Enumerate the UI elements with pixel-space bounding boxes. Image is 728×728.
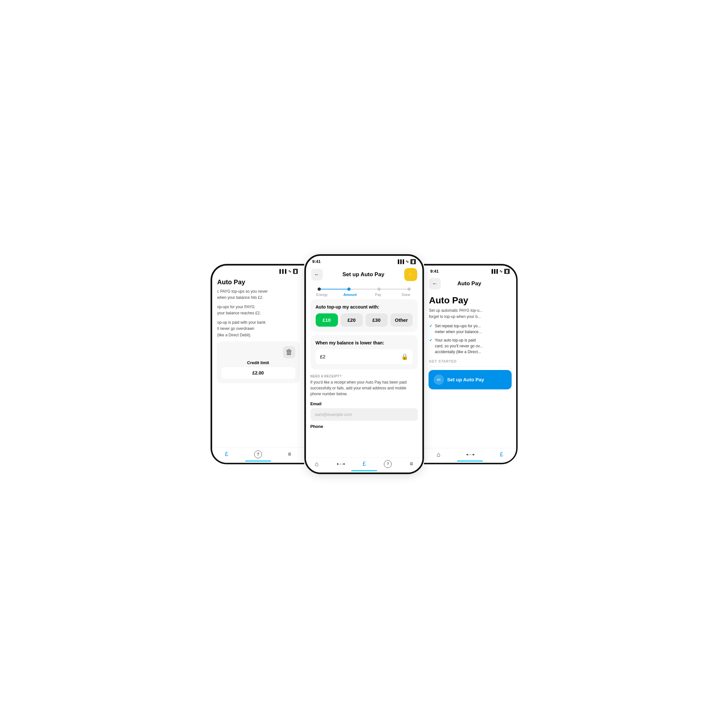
right-signal-icon: ▐▐▐ xyxy=(490,269,498,274)
credit-limit-card: 🗑 Credit limit £2.00 xyxy=(217,341,300,383)
step-line-3 xyxy=(381,289,407,289)
right-time: 9:41 xyxy=(430,269,439,274)
signal-icon: ▐▐▐ xyxy=(278,269,286,274)
right-body: Set up automatic PAYG top-u...forget to … xyxy=(424,307,516,320)
receipt-section: NEED A RECEIPT? If you'd like a receipt … xyxy=(306,373,422,401)
amount-btn-30[interactable]: £30 xyxy=(366,314,388,327)
get-started-label: GET STARTED xyxy=(424,359,516,365)
check-mark-2: ✓ xyxy=(429,337,433,355)
menu-icon-center: ≡ xyxy=(410,460,413,467)
amount-btn-10[interactable]: £10 xyxy=(316,314,338,327)
right-back-arrow-icon: ← xyxy=(433,281,437,286)
phone-label: Phone xyxy=(306,424,422,429)
trash-icon[interactable]: 🗑 xyxy=(283,346,295,358)
left-nav-indicator xyxy=(245,460,271,462)
right-nav-title: Auto Pay xyxy=(457,280,481,287)
right-wifi-icon: ∿ xyxy=(499,269,503,274)
left-body1: c PAYG top-ups so you neverwhen your bal… xyxy=(212,289,304,301)
check-mark-1: ✓ xyxy=(429,323,433,335)
right-nav-activity[interactable]: •⋯• xyxy=(466,451,474,457)
infinity-icon: ∞ xyxy=(434,375,444,385)
left-status-bar: ▐▐▐ ∿ ▮ xyxy=(212,266,304,275)
payment-icon: £ xyxy=(225,451,228,457)
center-nav-home[interactable]: ⌂ xyxy=(315,460,318,468)
right-battery-icon: ▮ xyxy=(504,269,510,274)
right-page-title: Auto Pay xyxy=(424,292,516,307)
check-text-2: Your auto top-up is paidcard, so you'll … xyxy=(435,337,483,355)
steps-container xyxy=(311,285,417,292)
setup-auto-pay-button[interactable]: ∞ Set up Auto Pay xyxy=(428,370,512,389)
help-icon-center: ? xyxy=(384,460,392,468)
left-nav-payment[interactable]: £ xyxy=(225,451,228,457)
center-battery-icon: ▮ xyxy=(410,259,416,264)
balance-input: £2 🔒 xyxy=(316,349,413,364)
center-bottom-nav: ⌂ •⋯• £ ? ≡ xyxy=(306,457,422,473)
center-lightning-icon: ⚡ xyxy=(407,271,414,278)
step-label-done: Done xyxy=(399,293,412,297)
center-wifi-icon: ∿ xyxy=(405,259,409,264)
amount-btn-20[interactable]: £20 xyxy=(341,314,363,327)
right-nav-home[interactable]: ⌂ xyxy=(437,451,440,458)
center-phone: 9:41 ▐▐▐ ∿ ▮ ← Set up Auto Pay ⚡ xyxy=(304,254,424,474)
center-time: 9:41 xyxy=(312,259,321,264)
left-nav-menu[interactable]: ≡ xyxy=(288,451,291,457)
receipt-label: NEED A RECEIPT? xyxy=(310,375,418,378)
center-nav-payment[interactable]: £ xyxy=(362,460,366,467)
left-body2: op-ups for your PAYGyour balance reaches… xyxy=(212,304,304,316)
center-signal-icon: ▐▐▐ xyxy=(396,259,404,264)
setup-btn-label: Set up Auto Pay xyxy=(447,377,484,382)
center-nav-title: Set up Auto Pay xyxy=(343,271,385,278)
step-label-amount: Amount xyxy=(343,293,357,297)
right-nav-bar: ← Auto Pay xyxy=(424,275,516,292)
step-dot-energy xyxy=(318,288,321,291)
check-text-1: Set repeat top-ups for yo...meter when y… xyxy=(435,323,482,335)
step-dot-amount xyxy=(347,288,350,291)
step-label-energy: Energy xyxy=(316,293,329,297)
email-input[interactable]: sam@example.com xyxy=(310,408,418,421)
amount-card: Auto top-up my account with: £10 £20 £30… xyxy=(310,299,418,332)
help-icon: ? xyxy=(254,451,262,458)
step-dot-done xyxy=(407,288,411,291)
center-lightning-button[interactable]: ⚡ xyxy=(404,268,417,281)
right-back-button[interactable]: ← xyxy=(429,278,441,289)
left-page-title: Auto Pay xyxy=(212,278,304,289)
left-content: Auto Pay c PAYG top-ups so you neverwhen… xyxy=(212,275,304,390)
left-phone: ▐▐▐ ∿ ▮ Auto Pay c PAYG top-ups so you n… xyxy=(211,264,304,464)
center-nav-activity[interactable]: •⋯• xyxy=(336,461,344,467)
receipt-body: If you'd like a receipt when your Auto P… xyxy=(310,379,418,397)
left-body3: op-up is paid with your bankll never go … xyxy=(212,320,304,338)
email-label: Email xyxy=(306,401,422,406)
center-status-icons: ▐▐▐ ∿ ▮ xyxy=(396,259,416,264)
amount-options: £10 £20 £30 Other xyxy=(316,314,413,327)
center-back-arrow-icon: ← xyxy=(314,272,320,277)
check-item-1: ✓ Set repeat top-ups for yo...meter when… xyxy=(429,323,511,335)
center-nav-menu[interactable]: ≡ xyxy=(410,460,413,467)
home-icon: ⌂ xyxy=(315,460,318,468)
balance-card-title: When my balance is lower than: xyxy=(316,340,413,346)
battery-icon: ▮ xyxy=(293,269,298,274)
step-line-2 xyxy=(350,289,378,289)
menu-icon: ≡ xyxy=(288,451,291,457)
center-status-bar: 9:41 ▐▐▐ ∿ ▮ xyxy=(306,256,422,266)
payment-icon-center: £ xyxy=(362,460,366,467)
steps-labels: Energy Amount Pay Done xyxy=(311,292,417,299)
wifi-icon: ∿ xyxy=(288,269,291,274)
step-line-1 xyxy=(321,289,348,289)
lock-icon: 🔒 xyxy=(401,353,408,360)
check-item-2: ✓ Your auto top-up is paidcard, so you'l… xyxy=(429,337,511,355)
center-back-button[interactable]: ← xyxy=(311,269,323,280)
left-nav-help[interactable]: ? xyxy=(254,451,262,458)
divider xyxy=(429,366,511,367)
balance-card: When my balance is lower than: £2 🔒 xyxy=(310,335,418,369)
trash-container: 🗑 xyxy=(221,346,295,358)
right-status-bar: 9:41 ▐▐▐ ∿ ▮ xyxy=(424,266,516,275)
right-nav-payment[interactable]: £ xyxy=(500,451,503,458)
step-dot-pay xyxy=(378,288,381,291)
activity-icon: •⋯• xyxy=(336,461,344,467)
check-list: ✓ Set repeat top-ups for yo...meter when… xyxy=(424,323,516,355)
email-placeholder: sam@example.com xyxy=(315,412,352,417)
center-nav-help[interactable]: ? xyxy=(384,460,392,468)
right-bottom-nav: ⌂ •⋯• £ xyxy=(424,448,516,463)
credit-limit-value: £2.00 xyxy=(221,367,295,379)
amount-btn-other[interactable]: Other xyxy=(390,314,413,327)
